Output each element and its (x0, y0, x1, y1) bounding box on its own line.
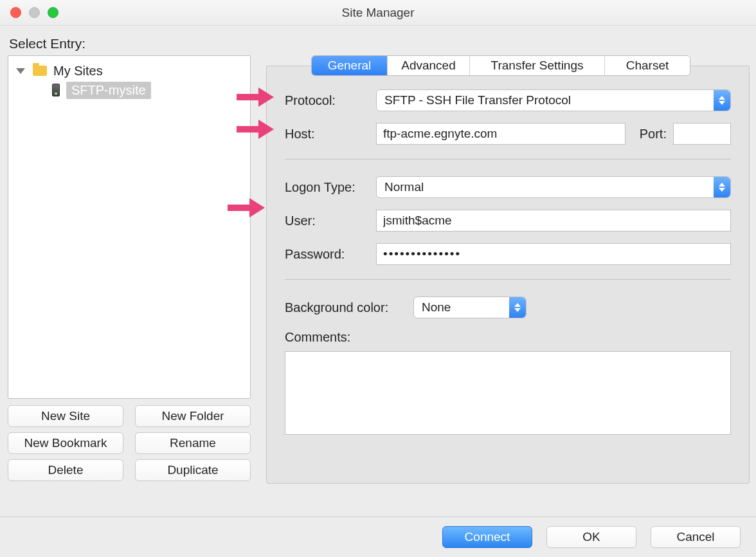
server-icon (52, 84, 60, 96)
password-label: Password: (285, 247, 376, 262)
new-folder-button[interactable]: New Folder (135, 405, 251, 427)
folder-icon (33, 66, 47, 76)
chevron-down-icon[interactable] (16, 68, 25, 74)
bg-color-select[interactable]: None (413, 297, 526, 318)
delete-button[interactable]: Delete (8, 459, 123, 481)
logon-type-label: Logon Type: (285, 180, 376, 195)
tab-advanced[interactable]: Advanced (388, 56, 470, 75)
general-panel: Protocol: SFTP - SSH File Transfer Proto… (266, 66, 750, 484)
tab-charset[interactable]: Charset (605, 56, 690, 75)
close-window-button[interactable] (10, 7, 21, 18)
minimize-window-button[interactable] (29, 7, 40, 18)
comments-textarea[interactable] (285, 351, 731, 435)
password-input[interactable] (376, 243, 731, 265)
select-arrows-icon (714, 90, 730, 111)
bg-color-value: None (422, 300, 451, 315)
tree-item-sftp-mysite[interactable]: SFTP-mysite (12, 80, 246, 100)
rename-button[interactable]: Rename (135, 432, 251, 454)
left-panel: My Sites SFTP-mysite New Site New Folder… (8, 55, 251, 481)
new-site-button[interactable]: New Site (8, 405, 123, 427)
cancel-button[interactable]: Cancel (651, 526, 741, 548)
tab-general[interactable]: General (312, 56, 388, 75)
new-bookmark-button[interactable]: New Bookmark (8, 432, 123, 454)
protocol-label: Protocol: (285, 93, 376, 108)
separator (285, 159, 731, 160)
title-bar: Site Manager (0, 0, 756, 26)
right-panel: General Advanced Transfer Settings Chars… (266, 55, 750, 484)
logon-type-value: Normal (384, 180, 424, 194)
comments-label: Comments: (285, 330, 731, 345)
bg-color-label: Background color: (285, 300, 413, 315)
connect-button[interactable]: Connect (442, 526, 532, 548)
protocol-value: SFTP - SSH File Transfer Protocol (384, 93, 571, 107)
settings-tabs: General Advanced Transfer Settings Chars… (311, 55, 690, 76)
host-label: Host: (285, 127, 376, 142)
duplicate-button[interactable]: Duplicate (135, 459, 251, 481)
window-controls (10, 7, 59, 18)
select-arrows-icon (714, 177, 730, 197)
tree-item-label: SFTP-mysite (66, 82, 151, 99)
ok-button[interactable]: OK (546, 526, 636, 548)
window-title: Site Manager (0, 0, 756, 26)
logon-type-select[interactable]: Normal (376, 176, 731, 198)
site-tree[interactable]: My Sites SFTP-mysite (8, 55, 251, 399)
tree-root-my-sites[interactable]: My Sites (12, 61, 246, 80)
dialog-footer: Connect OK Cancel (0, 516, 756, 557)
host-input[interactable] (376, 123, 626, 145)
protocol-select[interactable]: SFTP - SSH File Transfer Protocol (376, 89, 731, 111)
user-input[interactable] (376, 210, 731, 232)
zoom-window-button[interactable] (48, 7, 59, 18)
port-input[interactable] (673, 123, 731, 145)
tree-root-label: My Sites (53, 64, 103, 78)
port-label: Port: (626, 127, 673, 142)
user-label: User: (285, 214, 376, 228)
tab-transfer[interactable]: Transfer Settings (470, 56, 605, 75)
select-entry-label: Select Entry: (9, 36, 750, 51)
separator (285, 279, 731, 280)
select-arrows-icon (509, 297, 526, 318)
